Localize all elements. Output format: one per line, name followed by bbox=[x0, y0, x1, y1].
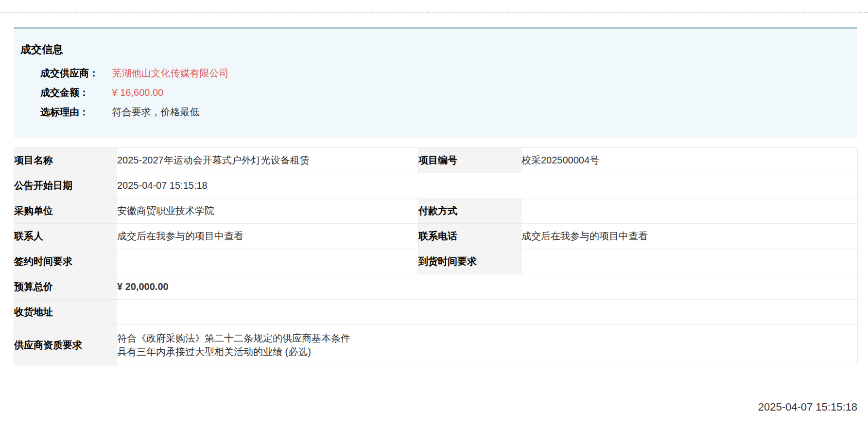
contact-phone-value: 成交后在我参与的项目中查看 bbox=[521, 224, 858, 249]
supplier-name-link[interactable]: 芜湖他山文化传媒有限公司 bbox=[112, 68, 229, 78]
selection-reason-row: 选标理由： 符合要求，价格最低 bbox=[40, 102, 857, 122]
purchaser-label: 采购单位 bbox=[14, 198, 117, 224]
project-name-label: 项目名称 bbox=[14, 148, 117, 173]
sign-time-value bbox=[117, 249, 418, 274]
contact-phone-label: 联系电话 bbox=[418, 224, 521, 249]
table-row-delivery-address: 收货地址 bbox=[14, 300, 858, 325]
deal-supplier-label: 成交供应商： bbox=[40, 63, 109, 83]
payment-method-value bbox=[521, 198, 858, 224]
dashed-divider bbox=[0, 0, 868, 13]
budget-total-value: ¥ 20,000.00 bbox=[117, 274, 858, 300]
table-row-purchaser: 采购单位 安徽商贸职业技术学院 付款方式 bbox=[14, 198, 858, 224]
deal-info-title: 成交信息 bbox=[20, 42, 857, 57]
project-name-value: 2025-2027年运动会开幕式户外灯光设备租赁 bbox=[117, 148, 418, 173]
project-details-table: 项目名称 2025-2027年运动会开幕式户外灯光设备租赁 项目编号 校采202… bbox=[14, 147, 858, 365]
delivery-time-value bbox=[521, 249, 858, 274]
sign-time-label: 签约时间要求 bbox=[14, 249, 117, 274]
supplier-qualification-label: 供应商资质要求 bbox=[14, 325, 117, 365]
project-number-label: 项目编号 bbox=[418, 148, 521, 173]
announce-start-date-value: 2025-04-07 15:15:18 bbox=[117, 173, 858, 198]
budget-total-label: 预算总价 bbox=[14, 274, 117, 300]
payment-method-label: 付款方式 bbox=[418, 198, 521, 224]
deal-info-panel: 成交信息 成交供应商： 芜湖他山文化传媒有限公司 成交金额： ¥ 16,600.… bbox=[14, 27, 857, 138]
deal-supplier-row: 成交供应商： 芜湖他山文化传媒有限公司 bbox=[40, 63, 857, 83]
selection-reason-label: 选标理由： bbox=[40, 102, 109, 122]
purchaser-value: 安徽商贸职业技术学院 bbox=[117, 198, 418, 224]
delivery-address-value bbox=[117, 300, 858, 325]
table-row-announce-date: 公告开始日期 2025-04-07 15:15:18 bbox=[14, 173, 858, 198]
supplier-qualification-value: 符合《政府采购法》第二十二条规定的供应商基本条件 具有三年内承接过大型相关活动的… bbox=[117, 325, 858, 365]
deal-amount-label: 成交金额： bbox=[40, 83, 109, 102]
qualification-line-1: 符合《政府采购法》第二十二条规定的供应商基本条件 bbox=[117, 331, 857, 345]
table-row-contact: 联系人 成交后在我参与的项目中查看 联系电话 成交后在我参与的项目中查看 bbox=[14, 224, 858, 249]
announce-start-date-label: 公告开始日期 bbox=[14, 173, 117, 198]
delivery-time-label: 到货时间要求 bbox=[418, 249, 521, 274]
table-row-time-requirements: 签约时间要求 到货时间要求 bbox=[14, 249, 858, 274]
delivery-address-label: 收货地址 bbox=[14, 300, 117, 325]
table-row-project-name: 项目名称 2025-2027年运动会开幕式户外灯光设备租赁 项目编号 校采202… bbox=[14, 148, 858, 173]
project-number-value: 校采202500004号 bbox=[521, 148, 858, 173]
deal-amount-value: ¥ 16,600.00 bbox=[112, 87, 164, 98]
table-row-budget: 预算总价 ¥ 20,000.00 bbox=[14, 274, 858, 300]
footer-timestamp: 2025-04-07 15:15:18 bbox=[0, 401, 857, 414]
qualification-line-2: 具有三年内承接过大型相关活动的业绩 (必选) bbox=[117, 345, 857, 359]
deal-amount-row: 成交金额： ¥ 16,600.00 bbox=[40, 83, 857, 102]
contact-person-label: 联系人 bbox=[14, 224, 117, 249]
contact-person-value: 成交后在我参与的项目中查看 bbox=[117, 224, 418, 249]
selection-reason-value: 符合要求，价格最低 bbox=[112, 107, 200, 117]
table-row-supplier-qualification: 供应商资质要求 符合《政府采购法》第二十二条规定的供应商基本条件 具有三年内承接… bbox=[14, 325, 858, 365]
